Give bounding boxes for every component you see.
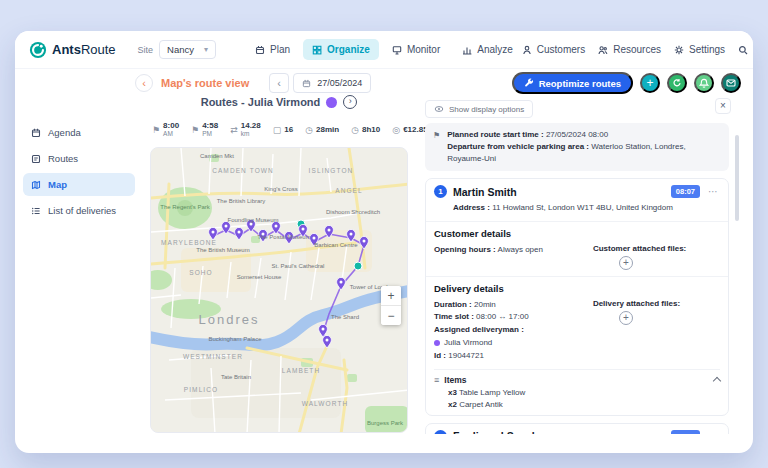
show-display-options-button[interactable]: Show display options	[425, 100, 533, 118]
map-label: ISLINGTON	[309, 167, 354, 174]
cost-icon: ◎	[392, 125, 400, 135]
departure-label: Departure from vehicle parking area :	[447, 142, 589, 151]
brand-name: AntsRoute	[52, 42, 116, 57]
monitor-icon	[392, 45, 402, 55]
refresh-icon	[672, 78, 682, 88]
add-route-button[interactable]: +	[640, 73, 660, 93]
panel-body: ⚑ Planned route start time : 27/05/2024 …	[425, 123, 729, 434]
distance-icon: ⇄	[230, 125, 238, 135]
stat-packages: ▢ 16	[273, 125, 293, 135]
eye-icon	[434, 104, 444, 114]
zoom-out-button[interactable]: −	[381, 306, 401, 325]
list-icon	[31, 206, 41, 216]
kebab-menu-icon[interactable]: ⋯	[706, 431, 720, 434]
stop-address: Address : 11 Howland St, London W1T 4BU,…	[426, 202, 728, 221]
settings-link[interactable]: Settings	[674, 44, 725, 55]
map-label: The British Museum	[196, 247, 249, 253]
map-label-city: Londres	[199, 312, 260, 327]
map-label: St. Paul's Cathedral	[272, 263, 325, 269]
site-select-value: Nancy	[167, 44, 194, 55]
start-flag-icon: ⚑	[152, 125, 160, 135]
app-window: AntsRoute Site Nancy ▾ Plan Organize Mon…	[15, 31, 753, 453]
map-label: Barbican Centre	[314, 242, 358, 248]
tab-monitor-label: Monitor	[407, 44, 440, 55]
send-mail-button[interactable]	[721, 73, 741, 93]
london-map[interactable]: Camden Mkt CAMDEN TOWN ISLINGTON ANGEL D…	[150, 147, 408, 433]
stat-stop-duration: ◷ 28min	[305, 125, 339, 135]
sidebar-item-routes[interactable]: Routes	[23, 147, 135, 170]
stop-header[interactable]: 2 Ferdinand Sanchez 08:28 ⋯	[426, 424, 728, 434]
sidebar-item-map[interactable]: Map	[23, 173, 135, 196]
map-label: Somerset House	[237, 274, 282, 280]
add-customer-file-button[interactable]: +	[619, 256, 633, 270]
map-label: SOHO	[189, 269, 213, 276]
show-display-options-label: Show display options	[449, 105, 524, 114]
date-value: 27/05/2024	[317, 78, 362, 88]
route-start-info: ⚑ Planned route start time : 27/05/2024 …	[425, 123, 729, 171]
chart-icon	[462, 45, 472, 55]
customer-details-section: Customer details Opening hours : Always …	[426, 221, 728, 276]
map-label: Buckingham Palace	[208, 336, 262, 342]
items-block: ≡ Items x3 Table Lamp Yellow x2 Carpet A…	[434, 369, 720, 409]
deliveryman-color-dot	[434, 340, 440, 346]
stop-time-badge[interactable]: 08:07	[671, 185, 700, 198]
left-sidebar: Agenda Routes Map List of deliveries	[23, 121, 135, 225]
map-label: The Postal Museum	[257, 234, 310, 240]
add-delivery-file-button[interactable]: +	[619, 311, 633, 325]
planned-start-value: 27/05/2024 08:00	[546, 130, 608, 139]
panel-scrollbar[interactable]	[735, 125, 739, 426]
sidebar-item-list-of-deliveries[interactable]: List of deliveries	[23, 199, 135, 222]
stop-number-badge: 2	[434, 430, 447, 434]
package-icon: ▢	[273, 125, 282, 135]
search-button[interactable]	[738, 45, 748, 55]
chevron-down-icon: ▾	[204, 45, 208, 54]
customer-details-title: Customer details	[434, 228, 720, 239]
view-title: Map's route view	[161, 77, 249, 89]
tab-organize[interactable]: Organize	[303, 39, 379, 60]
settings-label: Settings	[689, 44, 725, 55]
stop-header[interactable]: 1 Martin Smith 08:07 ⋯	[426, 179, 728, 202]
map-label: ANGEL	[335, 187, 363, 194]
main-nav: Plan Organize Monitor Analyze	[246, 39, 522, 60]
refresh-routes-button[interactable]	[667, 73, 687, 93]
close-panel-button[interactable]: ×	[715, 98, 731, 114]
route-header: Routes - Julia Virmond ›	[150, 95, 408, 109]
antsroute-logo[interactable]: AntsRoute	[29, 41, 116, 59]
reoptimize-label: Reoptimize routes	[539, 78, 621, 89]
next-route-button[interactable]: ›	[343, 95, 357, 109]
reoptimize-routes-button[interactable]: Reoptimize routes	[512, 72, 633, 94]
delivery-details-title: Delivery details	[434, 283, 720, 294]
stat-end-time: ⚑ 4:58PM	[191, 122, 218, 137]
stop-customer-name: Ferdinand Sanchez	[453, 430, 665, 434]
date-picker[interactable]: 27/05/2024	[293, 73, 371, 93]
topbar-right: Customers Resources Settings MH	[522, 38, 753, 62]
stop-number-badge: 1	[434, 185, 447, 198]
map-label: Burgess Park	[367, 420, 404, 426]
stop-time-badge[interactable]: 08:28	[671, 430, 700, 434]
gear-icon	[674, 45, 684, 55]
resources-link[interactable]: Resources	[598, 44, 661, 55]
customers-link[interactable]: Customers	[522, 44, 585, 55]
mail-icon	[726, 78, 736, 88]
alerts-button[interactable]	[694, 73, 714, 93]
user-icon	[522, 45, 532, 55]
tab-monitor[interactable]: Monitor	[383, 39, 449, 60]
site-select[interactable]: Nancy ▾	[159, 40, 216, 59]
kebab-menu-icon[interactable]: ⋯	[706, 186, 720, 197]
sidebar-item-label: Agenda	[48, 127, 81, 138]
map-label: The Shard	[331, 314, 359, 320]
tab-plan[interactable]: Plan	[246, 39, 299, 60]
zoom-in-button[interactable]: +	[381, 286, 401, 305]
back-button[interactable]: ‹	[135, 74, 153, 92]
map-label: Foundling Museum	[227, 217, 278, 223]
tab-analyze[interactable]: Analyze	[453, 39, 522, 60]
map-label: LAMBETH	[282, 367, 320, 374]
clock-icon: ◷	[305, 125, 313, 135]
tab-organize-label: Organize	[327, 44, 370, 55]
flag-icon: ⚑	[433, 129, 440, 165]
map-label: WESTMINSTER	[183, 353, 243, 360]
stop-customer-name: Martin Smith	[453, 186, 665, 198]
sidebar-item-agenda[interactable]: Agenda	[23, 121, 135, 144]
customers-label: Customers	[537, 44, 585, 55]
previous-day-button[interactable]: ‹	[269, 73, 289, 93]
